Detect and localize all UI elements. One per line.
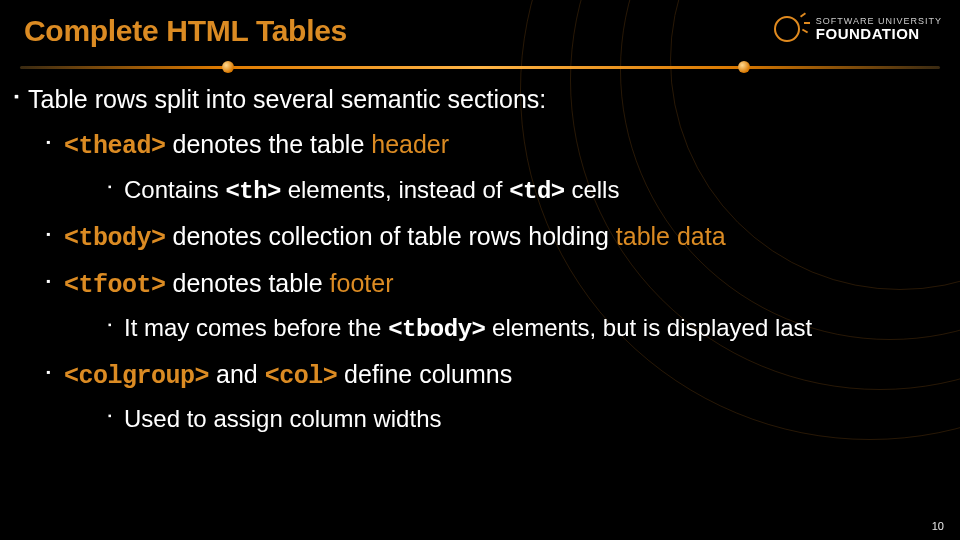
page-number: 10 — [932, 520, 944, 532]
bullet-tfoot-sub: It may comes before the <tbody> elements… — [64, 313, 946, 345]
text-highlight: table data — [616, 222, 726, 250]
bullet-thead-sub: Contains <th> elements, instead of <td> … — [64, 175, 946, 207]
tag-thead: <thead> — [64, 132, 166, 161]
title-divider — [20, 58, 940, 76]
text: define columns — [337, 360, 512, 388]
tag-tbody-inline: <tbody> — [388, 316, 485, 343]
slide-body: Table rows split into several semantic s… — [0, 84, 960, 434]
text: It may comes before the — [124, 314, 388, 341]
text: Table rows split into several semantic s… — [28, 85, 546, 113]
logo-line2: FOUNDATION — [816, 26, 942, 41]
text: elements, but is displayed last — [485, 314, 812, 341]
bullet-colgroup: <colgroup> and <col> define columns Used… — [28, 359, 946, 434]
bullet-thead: <thead> denotes the table header Contain… — [28, 129, 946, 206]
text: Contains — [124, 176, 225, 203]
text: cells — [565, 176, 620, 203]
text: denotes table — [166, 269, 330, 297]
tag-tbody: <tbody> — [64, 224, 166, 253]
brand-logo: SOFTWARE UNIVERSITY FOUNDATION — [770, 10, 942, 48]
tag-col: <col> — [265, 362, 338, 391]
text: denotes the table — [166, 130, 372, 158]
lightbulb-icon — [770, 10, 808, 48]
text-highlight: footer — [330, 269, 394, 297]
tag-tfoot: <tfoot> — [64, 271, 166, 300]
text: denotes collection of table rows holding — [166, 222, 616, 250]
bullet-intro: Table rows split into several semantic s… — [14, 84, 946, 434]
bullet-tbody: <tbody> denotes collection of table rows… — [28, 221, 946, 254]
text: elements, instead of — [281, 176, 509, 203]
tag-th: <th> — [225, 178, 281, 205]
text-highlight: header — [371, 130, 449, 158]
bullet-colgroup-sub: Used to assign column widths — [64, 404, 946, 434]
tag-colgroup: <colgroup> — [64, 362, 209, 391]
text: and — [209, 360, 265, 388]
text: Used to assign column widths — [124, 405, 441, 432]
bullet-tfoot: <tfoot> denotes table footer It may come… — [28, 268, 946, 345]
tag-td: <td> — [509, 178, 565, 205]
